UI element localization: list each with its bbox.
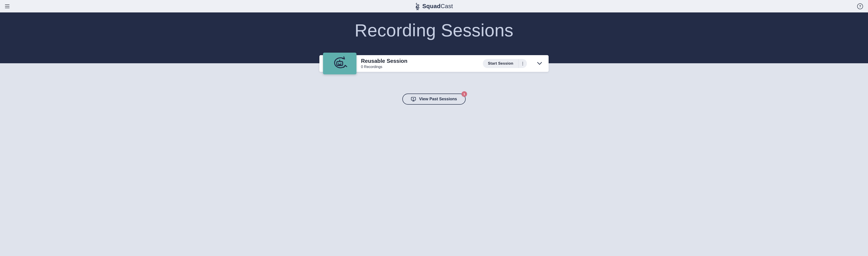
top-bar: SquadCast ? bbox=[0, 0, 868, 12]
past-sessions-area: View Past Sessions 1 bbox=[0, 94, 868, 105]
svg-point-8 bbox=[339, 60, 340, 61]
expand-button[interactable] bbox=[535, 59, 545, 68]
content-area: Reusable Session 0 Recordings Start Sess… bbox=[0, 55, 868, 114]
session-more-button[interactable] bbox=[518, 59, 527, 68]
svg-point-4 bbox=[338, 63, 339, 64]
robot-refresh-icon bbox=[332, 57, 348, 70]
past-sessions-badge: 1 bbox=[462, 91, 467, 97]
monitor-play-icon bbox=[411, 97, 416, 101]
start-session-button[interactable]: Start Session bbox=[483, 59, 518, 68]
brand-text: SquadCast bbox=[422, 3, 453, 10]
session-info: Reusable Session 0 Recordings bbox=[361, 58, 479, 69]
menu-button[interactable] bbox=[5, 4, 10, 9]
svg-marker-10 bbox=[413, 98, 414, 99]
question-mark-icon: ? bbox=[859, 4, 861, 8]
brand-logo: SquadCast bbox=[415, 2, 453, 10]
help-button[interactable]: ? bbox=[857, 3, 863, 9]
session-thumbnail bbox=[323, 53, 356, 74]
kebab-icon bbox=[522, 62, 523, 65]
svg-point-5 bbox=[340, 63, 341, 64]
view-past-sessions-label: View Past Sessions bbox=[419, 97, 457, 101]
session-card: Reusable Session 0 Recordings Start Sess… bbox=[319, 55, 549, 72]
view-past-sessions-button[interactable]: View Past Sessions 1 bbox=[402, 94, 466, 105]
session-subtitle: 0 Recordings bbox=[361, 65, 479, 69]
page-title: Recording Sessions bbox=[355, 20, 514, 41]
brand-text-light: Cast bbox=[440, 3, 453, 9]
session-title: Reusable Session bbox=[361, 58, 479, 64]
mic-icon bbox=[415, 2, 420, 10]
brand-text-bold: Squad bbox=[422, 3, 440, 9]
session-actions: Start Session bbox=[483, 59, 527, 68]
chevron-down-icon bbox=[537, 62, 542, 65]
